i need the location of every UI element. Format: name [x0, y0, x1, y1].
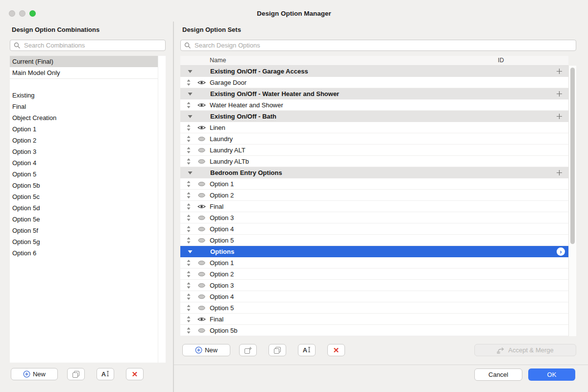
- new-option-button[interactable]: [239, 344, 257, 356]
- reorder-handle-icon[interactable]: [187, 226, 191, 232]
- design-option-row[interactable]: Linen: [180, 122, 568, 133]
- eye-hidden-icon[interactable]: [197, 238, 206, 243]
- reorder-handle-icon[interactable]: [187, 294, 191, 300]
- eye-hidden-icon[interactable]: [197, 283, 206, 288]
- reorder-handle-icon[interactable]: [187, 136, 191, 142]
- eye-hidden-icon[interactable]: [197, 260, 206, 266]
- combination-list-item[interactable]: Option 6: [10, 247, 158, 259]
- combination-list-item[interactable]: Option 4: [10, 157, 158, 169]
- reorder-handle-icon[interactable]: [187, 147, 191, 153]
- reorder-handle-icon[interactable]: [187, 237, 191, 244]
- design-option-row[interactable]: Option 1: [180, 257, 568, 269]
- option-set-group-row[interactable]: Existing On/Off - Garage Access: [180, 66, 568, 77]
- combination-list-item[interactable]: Option 5g: [10, 236, 158, 247]
- eye-hidden-icon[interactable]: [197, 294, 206, 299]
- combination-list-item[interactable]: Option 5c: [10, 191, 158, 202]
- eye-hidden-icon[interactable]: [197, 215, 206, 220]
- add-option-button[interactable]: [556, 68, 563, 74]
- accept-merge-button[interactable]: Accept & Merge: [474, 344, 576, 356]
- eye-hidden-icon[interactable]: [197, 328, 206, 333]
- combination-list-item[interactable]: Option 2: [10, 135, 158, 146]
- eye-visible-icon[interactable]: [197, 102, 206, 108]
- design-option-row[interactable]: Laundry: [180, 133, 568, 145]
- reorder-handle-icon[interactable]: [187, 282, 191, 289]
- expand-set-chevron-button[interactable]: ›: [557, 247, 565, 256]
- rename-combination-button[interactable]: A: [97, 368, 114, 380]
- design-option-row[interactable]: Option 2: [180, 269, 568, 280]
- sets-scrollbar-track[interactable]: [568, 66, 576, 336]
- disclosure-triangle-icon[interactable]: [188, 115, 193, 119]
- design-option-row[interactable]: Option 4: [180, 223, 568, 235]
- eye-hidden-icon[interactable]: [197, 147, 206, 153]
- reorder-handle-icon[interactable]: [187, 271, 191, 277]
- delete-combination-button[interactable]: ✕: [126, 368, 144, 380]
- eye-hidden-icon[interactable]: [197, 271, 206, 277]
- eye-visible-icon[interactable]: [197, 204, 206, 209]
- design-options-search[interactable]: [180, 40, 576, 51]
- reorder-handle-icon[interactable]: [187, 305, 191, 311]
- disclosure-triangle-icon[interactable]: [188, 250, 193, 254]
- add-option-button[interactable]: [556, 91, 563, 97]
- new-option-set-button[interactable]: New: [182, 344, 230, 356]
- combination-list-item[interactable]: Option 1: [10, 123, 158, 135]
- design-option-row[interactable]: Laundry ALTb: [180, 156, 568, 167]
- eye-hidden-icon[interactable]: [197, 226, 206, 232]
- reorder-handle-icon[interactable]: [187, 102, 191, 108]
- disclosure-triangle-icon[interactable]: [188, 171, 193, 175]
- design-option-row[interactable]: Water Heater and Shower: [180, 99, 568, 111]
- new-combination-button[interactable]: New: [11, 368, 58, 380]
- reorder-handle-icon[interactable]: [187, 316, 191, 322]
- ok-button[interactable]: OK: [528, 368, 575, 381]
- eye-visible-icon[interactable]: [197, 80, 206, 85]
- reorder-handle-icon[interactable]: [187, 215, 191, 221]
- design-option-row[interactable]: Option 5: [180, 235, 568, 246]
- combination-list-item[interactable]: Option 3: [10, 146, 158, 157]
- add-option-button[interactable]: [556, 170, 563, 176]
- delete-option-button[interactable]: ✕: [327, 344, 345, 356]
- combinations-scrollbar-track[interactable]: [158, 56, 166, 363]
- add-option-button[interactable]: [556, 113, 563, 120]
- option-set-group-row[interactable]: Existing On/Off - Water Heater and Showe…: [180, 88, 568, 99]
- combination-list-item[interactable]: Option 5f: [10, 225, 158, 236]
- reorder-handle-icon[interactable]: [187, 260, 191, 266]
- column-header-id[interactable]: ID: [498, 57, 504, 64]
- design-option-row[interactable]: Laundry ALT: [180, 145, 568, 156]
- design-option-row[interactable]: Option 5: [180, 302, 568, 314]
- eye-visible-icon[interactable]: [197, 125, 206, 130]
- combination-list-item[interactable]: Object Creation: [10, 112, 158, 123]
- disclosure-triangle-icon[interactable]: [188, 92, 193, 96]
- design-option-row[interactable]: Garage Door: [180, 77, 568, 88]
- reorder-handle-icon[interactable]: [187, 181, 191, 187]
- design-option-row[interactable]: Option 4: [180, 291, 568, 302]
- design-option-row[interactable]: Final: [180, 201, 568, 212]
- design-option-row[interactable]: Option 2: [180, 190, 568, 201]
- reorder-handle-icon[interactable]: [187, 79, 191, 86]
- design-options-search-input[interactable]: [194, 41, 572, 49]
- eye-hidden-icon[interactable]: [197, 181, 206, 187]
- option-set-group-row[interactable]: Existing On/Off - Bath: [180, 111, 568, 122]
- sets-scrollbar-thumb[interactable]: [570, 68, 575, 244]
- design-option-row[interactable]: Final: [180, 314, 568, 325]
- column-header-name[interactable]: Name: [210, 57, 226, 64]
- design-option-row[interactable]: Option 3: [180, 280, 568, 291]
- disclosure-triangle-icon[interactable]: [188, 70, 193, 74]
- combination-list-item[interactable]: Option 5e: [10, 214, 158, 225]
- reorder-handle-icon[interactable]: [187, 158, 191, 165]
- reorder-handle-icon[interactable]: [187, 124, 191, 131]
- combinations-search-input[interactable]: [23, 41, 162, 49]
- eye-visible-icon[interactable]: [197, 317, 206, 322]
- eye-hidden-icon[interactable]: [197, 136, 206, 142]
- combination-list-item[interactable]: Option 5: [10, 169, 158, 180]
- rename-option-button[interactable]: A: [298, 344, 316, 356]
- design-option-row[interactable]: Option 5b: [180, 325, 568, 336]
- cancel-button[interactable]: Cancel: [474, 368, 522, 381]
- reorder-handle-icon[interactable]: [187, 203, 191, 210]
- reorder-handle-icon[interactable]: [187, 192, 191, 198]
- option-set-group-row[interactable]: Bedroom Entry Options: [180, 167, 568, 178]
- combination-list-item[interactable]: Option 5b: [10, 180, 158, 191]
- combination-list-item[interactable]: Current (Final): [10, 56, 158, 67]
- combination-list-item[interactable]: Existing: [10, 90, 158, 101]
- option-set-group-row[interactable]: Options›: [180, 246, 568, 257]
- eye-hidden-icon[interactable]: [197, 159, 206, 164]
- combination-list-item[interactable]: Option 5d: [10, 202, 158, 214]
